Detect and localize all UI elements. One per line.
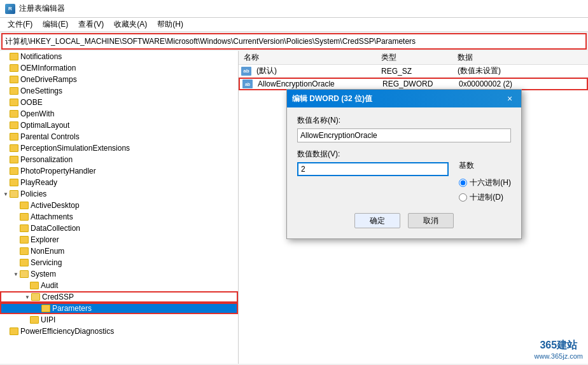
dialog-data-label: 数值数据(V): xyxy=(297,149,449,160)
radio-hex[interactable] xyxy=(459,179,467,187)
ok-button[interactable]: 确定 xyxy=(354,213,400,228)
radio-dec-text: 十进制(D) xyxy=(470,192,503,203)
dialog-overlay: 编辑 DWORD (32 位)值 × 数值名称(N): 数值数据(V): 基数 … xyxy=(0,0,588,365)
dialog-base-section: 基数 十六进制(H) 十进制(D) xyxy=(459,149,511,203)
base-label: 基数 xyxy=(459,160,511,171)
radio-hex-label[interactable]: 十六进制(H) xyxy=(459,177,511,188)
dialog-name-input[interactable] xyxy=(297,128,511,142)
radio-dec[interactable] xyxy=(459,193,467,202)
dialog-close-button[interactable]: × xyxy=(503,92,516,105)
radio-dec-label[interactable]: 十进制(D) xyxy=(459,192,511,203)
dialog-value-section: 数值数据(V): xyxy=(297,149,449,203)
dialog-body: 数值名称(N): 数值数据(V): 基数 十六进制(H) xyxy=(287,107,521,238)
dialog-buttons: 确定 取消 xyxy=(297,213,511,231)
dialog-title-text: 编辑 DWORD (32 位)值 xyxy=(292,93,372,104)
dialog-value-row: 数值数据(V): 基数 十六进制(H) 十进制(D) xyxy=(297,149,511,203)
dialog-name-label: 数值名称(N): xyxy=(297,115,511,126)
cancel-button[interactable]: 取消 xyxy=(408,213,454,228)
edit-dword-dialog: 编辑 DWORD (32 位)值 × 数值名称(N): 数值数据(V): 基数 … xyxy=(286,89,522,239)
radio-hex-text: 十六进制(H) xyxy=(470,177,511,188)
dialog-title-bar: 编辑 DWORD (32 位)值 × xyxy=(287,90,521,107)
value-input-wrapper xyxy=(297,162,449,176)
dialog-data-input[interactable] xyxy=(297,162,449,176)
